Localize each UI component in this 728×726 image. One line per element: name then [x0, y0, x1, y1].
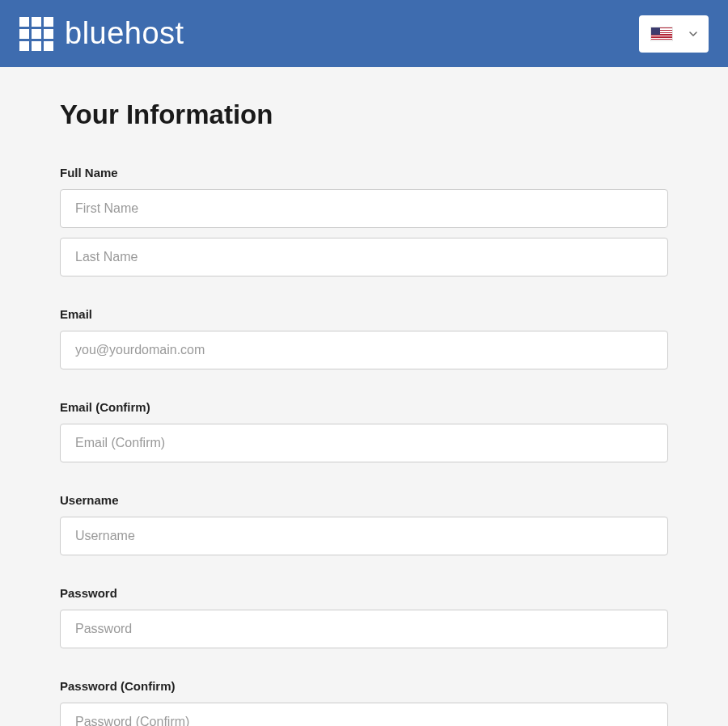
password-group: Password: [60, 586, 668, 648]
username-label: Username: [60, 493, 668, 507]
email-group: Email: [60, 307, 668, 369]
username-field[interactable]: [60, 517, 668, 555]
page-content: Your Information Full Name Email Email (…: [0, 67, 728, 726]
email-label: Email: [60, 307, 668, 321]
chevron-down-icon: [689, 32, 697, 36]
locale-selector[interactable]: [639, 15, 709, 53]
email-confirm-label: Email (Confirm): [60, 400, 668, 414]
email-confirm-field[interactable]: [60, 424, 668, 462]
grid-icon: [19, 17, 53, 51]
full-name-group: Full Name: [60, 166, 668, 276]
last-name-field[interactable]: [60, 238, 668, 276]
email-confirm-group: Email (Confirm): [60, 400, 668, 462]
brand-logo[interactable]: bluehost: [19, 16, 184, 51]
username-group: Username: [60, 493, 668, 555]
password-label: Password: [60, 586, 668, 600]
page-title: Your Information: [60, 99, 668, 130]
full-name-label: Full Name: [60, 166, 668, 179]
brand-name: bluehost: [65, 16, 184, 51]
first-name-field[interactable]: [60, 189, 668, 228]
email-field[interactable]: [60, 331, 668, 369]
password-field[interactable]: [60, 610, 668, 648]
password-confirm-label: Password (Confirm): [60, 679, 668, 693]
flag-us-icon: [650, 27, 673, 41]
password-confirm-field[interactable]: [60, 703, 668, 726]
site-header: bluehost: [0, 0, 728, 67]
password-confirm-group: Password (Confirm): [60, 679, 668, 726]
